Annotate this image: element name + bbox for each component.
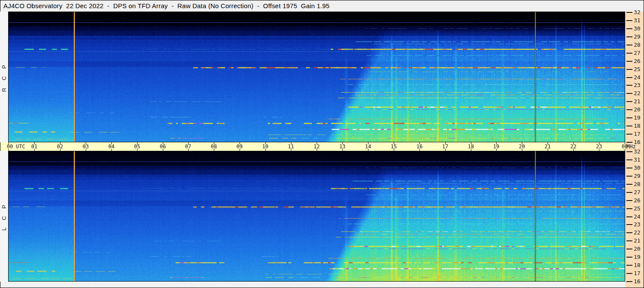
freq-tick xyxy=(626,249,632,249)
freq-tick-label: 19 xyxy=(634,114,643,121)
freq-tick xyxy=(626,109,632,110)
lcp-label-text: L C P xyxy=(1,202,7,231)
freq-tick xyxy=(626,257,632,258)
freq-tick-label: 17 xyxy=(634,270,643,276)
rcp-spectrogram-canvas xyxy=(9,12,625,142)
freq-tick xyxy=(626,12,632,13)
hour-label: 18 xyxy=(468,144,474,150)
hour-label: 07 xyxy=(185,144,191,150)
time-axis: 0001020304050607080910111213141516171819… xyxy=(0,142,625,151)
freq-tick xyxy=(626,142,632,143)
hour-label: 14 xyxy=(365,144,371,150)
freq-tick-label: 24 xyxy=(634,74,643,81)
freq-tick-label: 28 xyxy=(634,42,643,48)
freq-tick xyxy=(626,168,632,168)
hour-label: 05 xyxy=(134,144,140,150)
freq-tick-label: 18 xyxy=(634,262,643,268)
freq-tick xyxy=(626,85,632,86)
freq-tick-label: 23 xyxy=(634,82,643,88)
rcp-spectrogram-panel xyxy=(8,12,625,142)
freq-tick-label: 26 xyxy=(634,197,643,204)
hour-label: 15 xyxy=(391,144,397,150)
hour-label: 16 xyxy=(416,144,422,150)
freq-tick xyxy=(626,216,632,217)
freq-tick-label: 29 xyxy=(634,33,643,40)
spectrogram-app-window: AJ4CO Observatory 22 Dec 2022 - DPS on T… xyxy=(0,0,644,288)
freq-tick xyxy=(626,273,632,274)
frequency-scale: 3231302928272625242322212019181716323130… xyxy=(625,12,644,288)
freq-tick xyxy=(626,151,632,152)
lcp-panel-label: L C P xyxy=(0,151,8,282)
freq-tick xyxy=(626,117,632,118)
bottom-margin xyxy=(0,282,625,288)
hour-label: 23 xyxy=(596,144,602,150)
hour-label: 21 xyxy=(545,144,551,150)
freq-tick-label: 25 xyxy=(634,205,643,212)
freq-tick-label: 31 xyxy=(634,156,643,163)
freq-tick xyxy=(626,192,632,193)
hour-label: 11 xyxy=(288,144,294,150)
freq-tick-label: 27 xyxy=(634,50,643,56)
hour-label: 13 xyxy=(339,144,345,150)
freq-tick-label: 29 xyxy=(634,173,643,179)
freq-tick-label: 23 xyxy=(634,221,643,228)
freq-tick-label: 18 xyxy=(634,123,643,129)
hour-label: 06 xyxy=(160,144,166,150)
hour-label: 09 xyxy=(237,144,243,150)
freq-tick-label: 30 xyxy=(634,25,643,32)
freq-tick xyxy=(626,134,632,135)
freq-tick xyxy=(626,20,632,21)
hour-label: 04 xyxy=(108,144,114,150)
lcp-spectrogram-panel xyxy=(8,151,625,282)
mhz-unit-label: MHz xyxy=(626,144,636,150)
freq-tick-label: 22 xyxy=(634,90,643,96)
utc-unit-label: UTC xyxy=(16,144,25,150)
freq-tick xyxy=(626,281,632,282)
freq-tick-label: 17 xyxy=(634,131,643,137)
hour-label: 19 xyxy=(493,144,499,150)
hour-label: 17 xyxy=(442,144,448,150)
freq-tick-label: 26 xyxy=(634,58,643,64)
freq-tick xyxy=(626,36,632,37)
hour-label: 02 xyxy=(57,144,63,150)
rcp-panel-label: R C P xyxy=(0,12,8,142)
freq-tick-label: 21 xyxy=(634,98,643,105)
freq-tick-label: 27 xyxy=(634,189,643,195)
hour-label: 03 xyxy=(83,144,89,150)
freq-tick-label: 20 xyxy=(634,246,643,252)
hour-label: 22 xyxy=(570,144,576,150)
freq-tick xyxy=(626,184,632,185)
freq-tick xyxy=(626,45,632,45)
freq-tick xyxy=(626,93,632,94)
freq-tick xyxy=(626,176,632,177)
hour-label: 00 xyxy=(7,144,13,150)
hour-label: 08 xyxy=(211,144,217,150)
freq-tick xyxy=(626,77,632,78)
freq-tick xyxy=(626,224,632,225)
freq-tick xyxy=(626,232,632,233)
freq-tick-label: 31 xyxy=(634,17,643,24)
freq-tick xyxy=(626,28,632,29)
freq-tick-label: 30 xyxy=(634,165,643,171)
freq-tick xyxy=(626,240,632,241)
freq-tick-label: 25 xyxy=(634,66,643,72)
freq-tick-label: 19 xyxy=(634,254,643,260)
hour-label: 20 xyxy=(519,144,525,150)
freq-tick-label: 28 xyxy=(634,181,643,187)
freq-tick-label: 21 xyxy=(634,237,643,244)
freq-tick xyxy=(626,208,632,209)
freq-tick xyxy=(626,61,632,62)
freq-tick-label: 20 xyxy=(634,106,643,113)
title-bar: AJ4CO Observatory 22 Dec 2022 - DPS on T… xyxy=(0,0,644,11)
freq-tick xyxy=(626,53,632,54)
page-title: AJ4CO Observatory 22 Dec 2022 - DPS on T… xyxy=(3,2,329,9)
freq-tick-label: 32 xyxy=(634,9,643,15)
freq-tick xyxy=(626,101,632,102)
hour-label: 10 xyxy=(262,144,268,150)
freq-tick xyxy=(626,159,632,160)
freq-tick xyxy=(626,265,632,266)
freq-tick xyxy=(626,69,632,70)
freq-tick xyxy=(626,126,632,126)
hour-label: 00 xyxy=(622,144,628,150)
lcp-spectrogram-canvas xyxy=(9,151,625,281)
